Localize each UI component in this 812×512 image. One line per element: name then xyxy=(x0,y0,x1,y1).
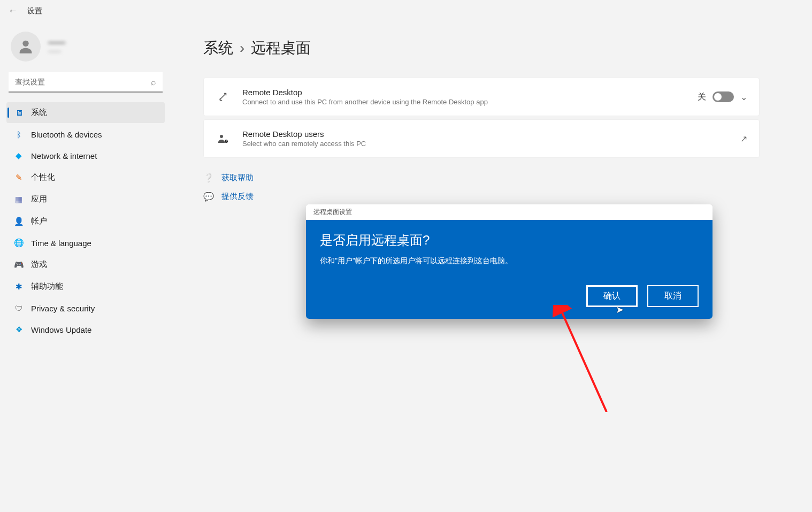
sidebar-item-3[interactable]: ✎个性化 xyxy=(6,167,165,188)
sidebar-item-7[interactable]: 🎮游戏 xyxy=(6,254,165,275)
nav-label: Windows Update xyxy=(31,325,91,334)
help-icon: ❔ xyxy=(203,173,214,183)
sidebar-item-5[interactable]: 👤帐户 xyxy=(6,211,165,232)
sidebar-item-6[interactable]: 🌐Time & language xyxy=(6,233,165,253)
card-title: Remote Desktop users xyxy=(242,129,729,139)
confirmation-dialog: 远程桌面设置 是否启用远程桌面? 你和"用户"帐户下的所选用户将可以远程连接到这… xyxy=(306,204,713,319)
card-subtitle: Connect to and use this PC from another … xyxy=(242,98,686,106)
nav-list: 🖥系统ᛒBluetooth & devices◆Network & intern… xyxy=(6,102,165,340)
sidebar-item-1[interactable]: ᛒBluetooth & devices xyxy=(6,124,165,144)
sidebar-item-9[interactable]: 🛡Privacy & security xyxy=(6,298,165,318)
sidebar-item-8[interactable]: ✱辅助功能 xyxy=(6,276,165,297)
avatar xyxy=(11,32,41,62)
nav-label: 个性化 xyxy=(31,172,55,182)
toggle-off-label: 关 xyxy=(698,91,706,103)
cancel-button[interactable]: 取消 xyxy=(647,285,699,307)
svg-point-0 xyxy=(22,41,28,47)
nav-icon: 🎮 xyxy=(14,260,24,270)
confirm-button[interactable]: 确认 xyxy=(586,285,638,307)
nav-icon: 🛡 xyxy=(14,303,24,313)
search-icon: ⌕ xyxy=(151,78,156,87)
sidebar-item-0[interactable]: 🖥系统 xyxy=(6,102,165,123)
nav-icon: ᛒ xyxy=(14,129,24,139)
feedback-link[interactable]: 提供反馈 xyxy=(221,192,254,202)
breadcrumb-root[interactable]: 系统 xyxy=(203,38,233,58)
feedback-icon: 💬 xyxy=(203,192,214,202)
sidebar-item-4[interactable]: ▦应用 xyxy=(6,189,165,210)
nav-icon: 👤 xyxy=(14,217,24,226)
breadcrumb: 系统 › 远程桌面 xyxy=(203,38,812,58)
users-icon xyxy=(216,131,231,146)
sidebar-item-2[interactable]: ◆Network & internet xyxy=(6,146,165,166)
nav-icon: ▦ xyxy=(14,195,24,204)
profile-sub: —— xyxy=(48,48,65,55)
nav-icon: 🌐 xyxy=(14,238,24,248)
nav-label: Network & internet xyxy=(31,151,97,161)
search-input[interactable] xyxy=(9,72,163,93)
profile-block[interactable]: —— —— xyxy=(6,27,165,66)
card-subtitle: Select who can remotely access this PC xyxy=(242,140,729,148)
search-box: ⌕ xyxy=(9,72,163,93)
remote-desktop-icon xyxy=(216,89,231,104)
nav-icon: ✱ xyxy=(14,282,24,292)
nav-icon: ❖ xyxy=(14,325,24,334)
back-button[interactable]: ← xyxy=(8,5,18,17)
nav-icon: ◆ xyxy=(14,151,24,161)
breadcrumb-leaf: 远程桌面 xyxy=(251,38,311,58)
nav-label: 系统 xyxy=(31,108,47,118)
nav-label: Privacy & security xyxy=(31,304,95,313)
dialog-window-title: 远程桌面设置 xyxy=(306,204,713,220)
svg-point-1 xyxy=(220,135,223,138)
card-title: Remote Desktop xyxy=(242,88,686,97)
sidebar: —— —— ⌕ 🖥系统ᛒBluetooth & devices◆Network … xyxy=(0,22,171,512)
dialog-message: 你和"用户"帐户下的所选用户将可以远程连接到这台电脑。 xyxy=(320,256,699,266)
chevron-right-icon: › xyxy=(240,40,244,57)
get-help-link[interactable]: 获取帮助 xyxy=(221,173,254,183)
nav-label: 游戏 xyxy=(31,259,47,270)
nav-label: Time & language xyxy=(31,239,91,248)
open-icon[interactable]: ↗ xyxy=(740,134,747,144)
chevron-down-icon[interactable]: ⌄ xyxy=(740,92,747,102)
dialog-heading: 是否启用远程桌面? xyxy=(320,232,699,249)
nav-icon: ✎ xyxy=(14,173,24,182)
nav-label: 帐户 xyxy=(31,216,47,226)
sidebar-item-10[interactable]: ❖Windows Update xyxy=(6,319,165,340)
nav-icon: 🖥 xyxy=(14,108,24,118)
remote-desktop-card[interactable]: Remote Desktop Connect to and use this P… xyxy=(203,78,760,116)
remote-desktop-toggle[interactable] xyxy=(713,91,734,102)
remote-desktop-users-card[interactable]: Remote Desktop users Select who can remo… xyxy=(203,119,760,158)
profile-name: —— xyxy=(48,38,65,48)
nav-label: Bluetooth & devices xyxy=(31,130,102,139)
nav-label: 辅助功能 xyxy=(31,281,63,292)
app-title: 设置 xyxy=(27,6,42,16)
nav-label: 应用 xyxy=(31,194,47,204)
